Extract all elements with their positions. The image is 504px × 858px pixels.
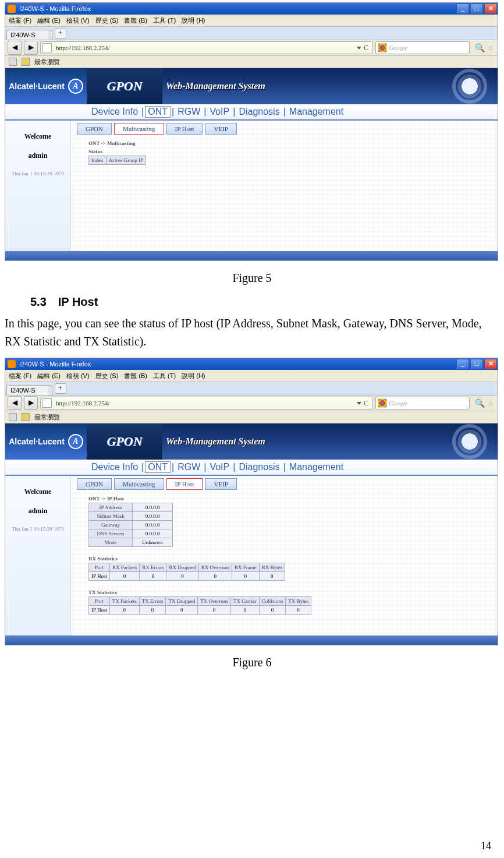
subtab-veip[interactable]: VEIP	[205, 123, 236, 135]
window-close-button[interactable]: ✕	[484, 359, 497, 369]
subtab-multicasting[interactable]: Multicasting	[114, 123, 164, 135]
nav-device-info[interactable]: Device Info	[89, 107, 140, 117]
browser-menubar: 檔案 (F) 編輯 (E) 檢視 (V) 歷史 (S) 書籤 (B) 工具 (T…	[5, 370, 498, 382]
firefox-icon	[8, 5, 16, 13]
home-button[interactable]: ⌂	[488, 44, 492, 52]
screenshot-figure-5: I240W-S - Mozilla Firefox _ □ ✕ 檔案 (F) 編…	[5, 2, 499, 261]
bookmark-folder-icon[interactable]	[22, 413, 30, 421]
nav-device-info[interactable]: Device Info	[89, 462, 140, 472]
subtab-multicasting[interactable]: Multicasting	[114, 478, 164, 490]
browser-toolbar: ◀ ▶ http://192.168.2.254/ C Google 🔍 ⌂	[5, 396, 498, 411]
rx-port: IP Host	[89, 572, 110, 581]
subtab-gpon[interactable]: GPON	[77, 478, 112, 490]
nav-management[interactable]: Management	[287, 462, 346, 472]
window-close-button[interactable]: ✕	[484, 3, 497, 14]
nav-forward-button[interactable]: ▶	[24, 396, 38, 410]
sidebar-user: admin	[29, 151, 48, 160]
tx-collisions: 0	[259, 606, 286, 615]
menu-tools[interactable]: 工具 (T)	[153, 372, 176, 380]
nav-diagnosis[interactable]: Diagnosis	[236, 462, 282, 472]
ip-host-kv-table: IP Address0.0.0.0 Subnet Mask0.0.0.0 Gat…	[88, 503, 173, 547]
bookmark-label[interactable]: 最常瀏覽	[34, 413, 60, 422]
bookmark-icon[interactable]	[9, 413, 17, 421]
bookmark-icon[interactable]	[9, 58, 17, 66]
chevron-down-icon[interactable]	[357, 402, 361, 405]
tx-h-errors: TX Errors	[139, 597, 166, 606]
nav-voip[interactable]: VoIP	[207, 107, 232, 117]
search-icon[interactable]: 🔍	[475, 398, 485, 408]
nav-ont[interactable]: ONT	[145, 461, 171, 473]
nav-forward-button[interactable]: ▶	[24, 41, 38, 55]
nav-sep: |	[171, 462, 175, 472]
reload-button[interactable]: C	[364, 399, 368, 408]
menu-help[interactable]: 說明 (H)	[182, 16, 205, 25]
rx-stats-table: Port RX Packets RX Errors RX Dropped RX …	[88, 563, 285, 581]
nav-sep: |	[282, 462, 287, 472]
window-title: I240W-S - Mozilla Firefox	[18, 361, 456, 368]
nav-back-button[interactable]: ◀	[8, 41, 22, 55]
browser-tabbar: I240W-S +	[5, 382, 498, 396]
menu-edit[interactable]: 編輯 (E)	[37, 372, 61, 380]
bookmark-label[interactable]: 最常瀏覽	[34, 58, 60, 66]
menu-bookmarks[interactable]: 書籤 (B)	[124, 372, 147, 380]
nav-sep: |	[232, 107, 236, 117]
tx-h-collisions: Collisions	[259, 597, 286, 606]
main-navigation: Device Info | ONT | RGW | VoIP | Diagnos…	[5, 104, 498, 121]
tx-dropped: 0	[166, 606, 198, 615]
address-bar[interactable]: http://192.168.2.254/ C	[40, 397, 373, 409]
section-heading-5-3: 5.3 IP Host	[30, 295, 504, 309]
nav-rgw[interactable]: RGW	[175, 462, 203, 472]
tx-errors: 0	[139, 606, 166, 615]
subtab-veip[interactable]: VEIP	[205, 478, 236, 490]
chevron-down-icon[interactable]	[357, 47, 361, 50]
product-name: GPON	[87, 68, 162, 104]
nav-diagnosis[interactable]: Diagnosis	[236, 107, 282, 117]
nav-management[interactable]: Management	[287, 107, 346, 117]
home-button[interactable]: ⌂	[488, 399, 492, 408]
window-maximize-button[interactable]: □	[470, 359, 483, 369]
nav-rgw[interactable]: RGW	[175, 107, 203, 117]
search-icon[interactable]: 🔍	[475, 43, 485, 53]
menu-file[interactable]: 檔案 (F)	[9, 372, 31, 380]
window-maximize-button[interactable]: □	[470, 3, 483, 14]
browser-tab[interactable]: I240W-S	[6, 30, 52, 40]
google-icon	[378, 43, 387, 52]
subtab-iphost[interactable]: IP Host	[166, 478, 203, 490]
bookmark-folder-icon[interactable]	[22, 58, 30, 66]
status-col-active-group-ip: Active Group IP	[106, 156, 146, 165]
search-box[interactable]: Google	[375, 41, 470, 54]
browser-tab[interactable]: I240W-S	[6, 385, 52, 395]
sidebar-user: admin	[29, 507, 48, 515]
new-tab-button[interactable]: +	[55, 28, 66, 38]
menu-bookmarks[interactable]: 書籤 (B)	[124, 16, 147, 25]
menu-view[interactable]: 檢視 (V)	[66, 372, 90, 380]
status-heading: Status	[88, 149, 493, 154]
figure-6-caption: Figure 6	[0, 656, 504, 669]
browser-menubar: 檔案 (F) 編輯 (E) 檢視 (V) 歷史 (S) 書籤 (B) 工具 (T…	[5, 15, 498, 27]
subtab-gpon[interactable]: GPON	[77, 123, 112, 135]
nav-voip[interactable]: VoIP	[207, 462, 232, 472]
menu-history[interactable]: 歷史 (S)	[95, 372, 119, 380]
menu-view[interactable]: 檢視 (V)	[66, 16, 90, 25]
window-minimize-button[interactable]: _	[456, 359, 469, 369]
nav-back-button[interactable]: ◀	[8, 396, 22, 410]
new-tab-button[interactable]: +	[55, 383, 66, 394]
rx-dropped: 0	[166, 572, 198, 581]
url-text: http://192.168.2.254/	[54, 44, 353, 51]
nav-ont[interactable]: ONT	[145, 106, 171, 118]
url-tail: C	[353, 399, 372, 408]
menu-edit[interactable]: 編輯 (E)	[37, 16, 61, 25]
subtab-iphost[interactable]: IP Host	[166, 123, 203, 135]
menu-file[interactable]: 檔案 (F)	[9, 16, 31, 25]
menu-history[interactable]: 歷史 (S)	[95, 16, 119, 25]
window-minimize-button[interactable]: _	[456, 3, 469, 14]
page-content: Alcatel·Lucent A GPON Web-Management Sys…	[5, 68, 498, 260]
reload-button[interactable]: C	[364, 44, 368, 52]
address-bar[interactable]: http://192.168.2.254/ C	[40, 41, 373, 54]
search-box[interactable]: Google	[375, 397, 470, 409]
menu-tools[interactable]: 工具 (T)	[153, 16, 176, 25]
content-body: Welcome admin Thu Jan 1 00:15:39 1970 GP…	[5, 476, 498, 635]
right-toolbar: 🔍 ⌂	[472, 398, 495, 408]
menu-help[interactable]: 說明 (H)	[182, 372, 205, 380]
tx-overruns: 0	[198, 606, 231, 615]
